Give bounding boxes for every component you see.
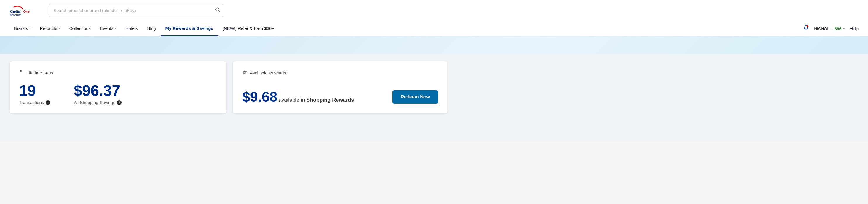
transactions-info-icon[interactable]: i <box>45 100 50 105</box>
savings-value: $96.37 <box>74 83 122 98</box>
search-input[interactable] <box>49 4 224 17</box>
rewards-amount-display: $9.68 available in Shopping Rewards <box>242 89 354 105</box>
available-rewards-card: Available Rewards $9.68 available in Sho… <box>232 61 448 113</box>
cards-row: Lifetime Stats 19 Transactions i $96.37 … <box>9 61 448 113</box>
hero-banner <box>0 36 868 54</box>
card-header: Lifetime Stats <box>19 70 215 76</box>
nav-item-blog[interactable]: Blog <box>143 21 161 36</box>
transactions-value: 19 <box>19 83 50 98</box>
svg-line-4 <box>219 10 220 12</box>
rewards-body: $9.68 available in Shopping Rewards Rede… <box>242 89 438 105</box>
search-button[interactable] <box>215 7 220 14</box>
logo[interactable]: Capital One Shopping <box>9 5 41 17</box>
stats-row: 19 Transactions i $96.37 All Shopping Sa… <box>19 83 215 105</box>
user-rewards-amount: $96 <box>835 26 841 31</box>
savings-info-icon[interactable]: i <box>117 100 122 105</box>
lifetime-stats-card: Lifetime Stats 19 Transactions i $96.37 … <box>9 61 227 113</box>
svg-point-6 <box>806 29 807 30</box>
chevron-down-icon: ▾ <box>115 27 116 30</box>
help-link[interactable]: Help <box>849 26 859 31</box>
card-title: Lifetime Stats <box>27 70 53 75</box>
search-bar <box>49 4 224 17</box>
chevron-down-icon: ▾ <box>29 27 31 30</box>
star-icon <box>242 70 248 76</box>
notification-bell-icon[interactable] <box>803 25 809 32</box>
nav-item-brands[interactable]: Brands ▾ <box>9 21 35 36</box>
username-label: NICHOL... <box>814 26 833 31</box>
nav-items: Brands ▾ Products ▾ Collections Events ▾… <box>9 21 803 36</box>
rewards-dollar-amount: $9.68 <box>242 89 277 105</box>
nav-bar: Brands ▾ Products ▾ Collections Events ▾… <box>0 21 868 36</box>
svg-text:Capital: Capital <box>10 9 21 13</box>
rewards-card-title: Available Rewards <box>250 70 286 75</box>
chevron-down-icon: ▾ <box>58 27 60 30</box>
header: Capital One Shopping <box>0 0 868 21</box>
redeem-now-button[interactable]: Redeem Now <box>393 90 438 104</box>
nav-item-refer[interactable]: [NEW!] Refer & Earn $30+ <box>218 21 279 36</box>
nav-right: NICHOL... $96 ▾ Help <box>803 25 859 32</box>
svg-text:One: One <box>23 9 29 13</box>
rewards-type-label: Shopping Rewards <box>306 97 354 103</box>
rewards-available-text: available in <box>279 97 306 103</box>
savings-stat: $96.37 All Shopping Savings i <box>74 83 122 105</box>
nav-item-collections[interactable]: Collections <box>65 21 95 36</box>
rewards-card-header: Available Rewards <box>242 70 438 76</box>
nav-item-events[interactable]: Events ▾ <box>95 21 121 36</box>
nav-item-products[interactable]: Products ▾ <box>35 21 65 36</box>
savings-label: All Shopping Savings i <box>74 100 122 105</box>
svg-text:Shopping: Shopping <box>10 13 21 16</box>
flag-icon <box>19 70 24 76</box>
transactions-stat: 19 Transactions i <box>19 83 50 105</box>
nav-item-my-rewards[interactable]: My Rewards & Savings <box>161 21 218 36</box>
main-content: Lifetime Stats 19 Transactions i $96.37 … <box>0 54 868 142</box>
nav-item-hotels[interactable]: Hotels <box>121 21 143 36</box>
svg-point-7 <box>807 25 808 27</box>
chevron-down-icon: ▾ <box>843 27 845 30</box>
transactions-label: Transactions i <box>19 100 50 105</box>
user-menu[interactable]: NICHOL... $96 ▾ <box>814 26 845 31</box>
